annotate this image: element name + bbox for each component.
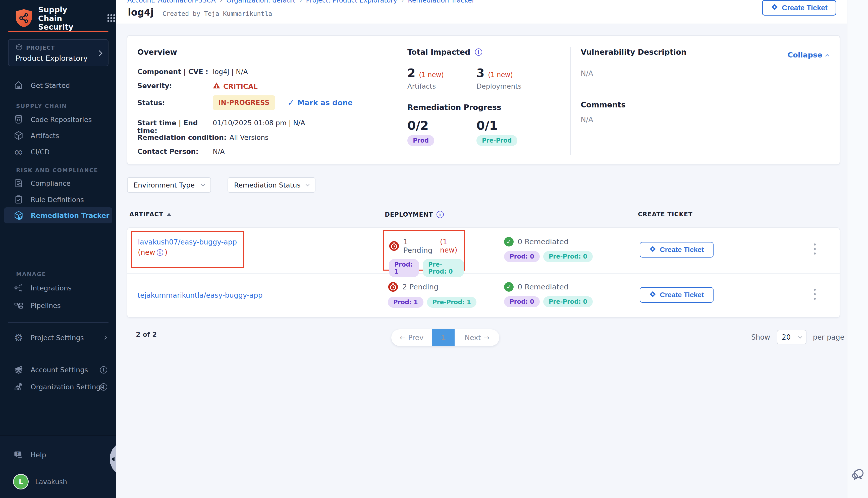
row-menu-kebab-icon[interactable] [814, 289, 816, 291]
cube-icon [16, 44, 23, 52]
sidebar-item-project-settings[interactable]: ⚙ Project Settings [0, 330, 116, 346]
card-divider [570, 47, 571, 155]
row-create-ticket-button[interactable]: Create Ticket [640, 242, 714, 258]
sidebar-item-integrations[interactable]: Integrations [0, 280, 116, 296]
remediation-status-label: Remediation Status [234, 181, 301, 189]
progress-prod: 0/2 Prod [407, 118, 434, 146]
row-create-ticket-button[interactable]: Create Ticket [640, 287, 714, 303]
sidebar-footer: ? Help L Lavakush [0, 435, 116, 498]
next-label: Next [465, 333, 481, 342]
section-manage: MANAGE [16, 271, 46, 277]
sidebar-divider [8, 355, 108, 355]
prev-label: Prev [408, 333, 424, 342]
sidebar-item-remediation-tracker[interactable]: Remediation Tracker [4, 207, 112, 223]
sidebar-item-get-started[interactable]: Get Started [0, 77, 116, 93]
sidebar-item-code-repositories[interactable]: Code Repositories [0, 112, 116, 128]
page-header: Account: Automation-SSCA › Organization:… [116, 0, 868, 24]
remediated-check-icon [504, 237, 514, 247]
sidebar-item-cicd[interactable]: ∞ CI/CD [0, 144, 116, 160]
critical-warning-icon [213, 82, 220, 91]
remediation-progress-title: Remediation Progress [407, 103, 501, 112]
row-divider [127, 273, 840, 274]
severity-label: Severity: [138, 82, 213, 91]
sidebar-item-compliance[interactable]: Compliance [0, 175, 116, 191]
info-icon[interactable] [100, 383, 107, 391]
artifact-header-label: ARTIFACT [129, 211, 163, 218]
info-icon[interactable] [157, 249, 163, 256]
right-rail [847, 0, 868, 498]
create-ticket-button[interactable]: Create Ticket [762, 0, 837, 16]
breadcrumb-account[interactable]: Account: Automation-SSCA [127, 0, 216, 4]
sidebar-item-label: Get Started [31, 82, 70, 89]
feedback-chat-icon[interactable] [851, 467, 866, 483]
gear-icon: ⚙ [13, 332, 24, 343]
sort-ascending-icon [167, 213, 171, 216]
sidebar-item-label: Remediation Tracker [31, 212, 109, 219]
current-page-button[interactable]: 1 [432, 329, 455, 346]
sidebar-item-rule-definitions[interactable]: Rule Definitions [0, 192, 116, 208]
next-page-button[interactable]: Next → [455, 329, 499, 346]
artifact-new-badge: (new [138, 248, 155, 257]
artifact-link[interactable]: tejakummarikuntla/easy-buggy-app [138, 291, 263, 300]
contact-label: Contact Person: [138, 148, 213, 155]
preprod-pill: Pre-Prod [477, 135, 517, 146]
sidebar-item-organization-settings[interactable]: Organization Settings [0, 379, 116, 395]
pending-count: 2 Pending [402, 283, 439, 291]
component-cve-label: Component | CVE : [138, 68, 213, 76]
infinity-icon: ∞ [13, 146, 24, 158]
sidebar-item-artifacts[interactable]: Artifacts [0, 128, 116, 144]
mark-as-done-link[interactable]: Mark as done [288, 98, 353, 107]
sidebar-item-label: Compliance [31, 180, 70, 187]
layers-gear-icon [13, 365, 24, 375]
deployment-header-label: DEPLOYMENT [385, 211, 433, 218]
deployments-stat-label: Deployments [477, 82, 521, 90]
supply-chain-security-logo-icon [15, 9, 33, 29]
row-create-ticket-label: Create Ticket [660, 291, 704, 299]
pagination: ← Prev 1 Next → [391, 329, 499, 346]
artifacts-new-count: (1 new) [419, 71, 444, 79]
sidebar-item-help[interactable]: ? Help [0, 447, 116, 463]
document-search-icon [13, 179, 24, 188]
environment-type-label: Environment Type [134, 181, 195, 189]
breadcrumb: Account: Automation-SSCA › Organization:… [127, 0, 475, 4]
remediation-status-dropdown[interactable]: Remediation Status [228, 177, 315, 193]
column-header-artifact[interactable]: ARTIFACT [129, 211, 171, 218]
info-icon[interactable] [437, 211, 444, 218]
chevron-down-icon [306, 182, 310, 186]
per-page-select[interactable]: 20 [777, 330, 806, 344]
breadcrumb-project[interactable]: Project: Product Exploratory [306, 0, 397, 4]
create-ticket-label: Create Ticket [782, 4, 828, 12]
artifact-link[interactable]: lavakush07/easy-buggy-app [138, 238, 237, 246]
breadcrumb-page[interactable]: Remediation Tracker [408, 0, 475, 4]
environment-type-dropdown[interactable]: Environment Type [127, 177, 211, 193]
sidebar-item-pipelines[interactable]: Pipelines [0, 298, 116, 314]
main-content: Overview Component | CVE : log4j | N/A S… [116, 24, 847, 498]
pending-count: 1 Pending [403, 237, 436, 254]
section-risk-compliance: RISK AND COMPLIANCE [16, 167, 98, 173]
row-create-ticket-label: Create Ticket [660, 246, 704, 254]
impacted-deployments-stat: 3 (1 new) Deployments [477, 66, 521, 90]
impacted-artifacts-stat: 2 (1 new) Artifacts [407, 66, 444, 90]
sidebar-item-label: Organization Settings [31, 383, 104, 391]
remediated-count: 0 Remediated [518, 283, 568, 291]
sidebar-item-label: Project Settings [31, 334, 84, 342]
preprod-pill: Pre-Prod: 0 [543, 251, 593, 262]
project-selector[interactable]: PROJECT Product Exploratory [8, 39, 108, 66]
pending-clock-icon [389, 241, 399, 251]
prev-page-button[interactable]: ← Prev [391, 329, 432, 346]
svg-text:?: ? [16, 451, 19, 456]
info-icon[interactable] [475, 49, 482, 56]
per-page-value: 20 [782, 333, 791, 341]
time-label: Start time | End time: [138, 119, 213, 134]
create-ticket-header-label: CREATE TICKET [638, 211, 693, 218]
sidebar-item-account-settings[interactable]: Account Settings [0, 362, 116, 378]
overview-card: Overview Component | CVE : log4j | N/A S… [127, 35, 840, 165]
row-menu-kebab-icon[interactable] [814, 244, 816, 246]
app-grid-icon[interactable] [106, 13, 116, 24]
collapse-link[interactable]: Collapse [788, 51, 829, 59]
brand: Supply Chain Security [0, 5, 116, 31]
breadcrumb-organization[interactable]: Organization: default [226, 0, 295, 4]
info-icon[interactable] [100, 366, 107, 374]
sidebar-user[interactable]: L Lavakush [0, 474, 116, 490]
deployments-new-count: (1 new) [488, 71, 513, 79]
